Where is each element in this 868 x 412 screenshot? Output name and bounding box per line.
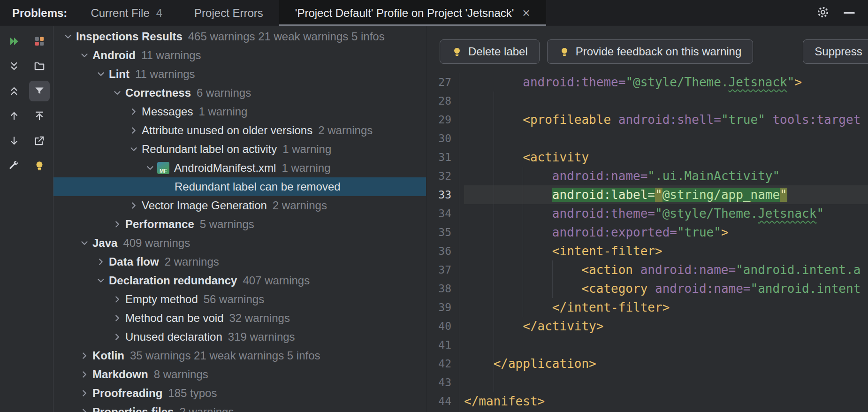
move-to-top-icon[interactable] — [29, 106, 50, 126]
tree-row-data-flow[interactable]: Data flow2 warnings — [53, 252, 426, 271]
code-line[interactable]: android:theme="@style/Theme.Jetsnack" — [464, 204, 868, 223]
tree-row-correctness[interactable]: Correctness6 warnings — [53, 84, 426, 102]
chevron-right-icon[interactable] — [111, 328, 123, 346]
tree-row-markdown[interactable]: Markdown8 warnings — [53, 365, 426, 384]
header-actions — [816, 0, 868, 26]
filter-icon[interactable] — [29, 81, 50, 101]
line-number: 39 — [426, 298, 459, 317]
chevron-right-icon[interactable] — [128, 196, 140, 215]
collapse-all-icon[interactable] — [4, 81, 24, 101]
chevron-right-icon[interactable] — [78, 346, 91, 365]
chevron-right-icon[interactable] — [128, 102, 140, 121]
tree-row-method-can-be-void[interactable]: Method can be void32 warnings — [53, 309, 426, 328]
tree-row-messages[interactable]: Messages1 warning — [53, 102, 426, 121]
tab-project-errors[interactable]: Project Errors — [178, 0, 279, 26]
indent-guide — [523, 167, 523, 317]
close-tab-icon[interactable]: × — [522, 7, 530, 20]
tree-row-redundant-label-on-activity[interactable]: Redundant label on activity1 warning — [53, 140, 426, 159]
chevron-right-icon[interactable] — [78, 384, 91, 403]
line-number: 37 — [426, 260, 459, 279]
expand-all-icon[interactable] — [4, 56, 24, 76]
group-by-directory-icon[interactable] — [29, 56, 50, 76]
code-line[interactable] — [464, 129, 868, 148]
tab-project-default-profile-on-project-jetsnack[interactable]: 'Project Default' Profile on Project 'Je… — [279, 0, 546, 26]
provide-feedback-on-this-warning-button[interactable]: Provide feedback on this warning — [547, 39, 754, 64]
tree-row-performance[interactable]: Performance5 warnings — [53, 215, 426, 234]
toolwindow-title: Problems: — [0, 0, 75, 26]
line-number: 44 — [426, 392, 459, 411]
tree-row-properties-files[interactable]: Properties files2 warnings — [53, 403, 426, 412]
chevron-down-icon[interactable] — [78, 46, 91, 65]
tree-row-androidmanifest-xml[interactable]: MFAndroidManifest.xml1 warning — [53, 159, 426, 177]
code-line[interactable]: android:name=".ui.MainActivity" — [464, 167, 868, 185]
chevron-right-icon[interactable] — [95, 252, 107, 271]
line-number: 35 — [426, 223, 459, 242]
code-line[interactable]: <intent-filter> — [464, 242, 868, 260]
code-line[interactable] — [464, 373, 868, 392]
tree-item-count: 2 warnings — [318, 124, 373, 137]
navigate-down-icon[interactable] — [4, 130, 24, 151]
code-line[interactable]: <activity — [464, 148, 868, 167]
navigate-up-icon[interactable] — [4, 106, 24, 126]
tree-row-unused-declaration[interactable]: Unused declaration319 warnings — [53, 328, 426, 346]
tree-row-java[interactable]: Java409 warnings — [53, 234, 426, 252]
code-line[interactable] — [464, 336, 868, 354]
tree-row-declaration-redundancy[interactable]: Declaration redundancy407 warnings — [53, 271, 426, 290]
chevron-down-icon[interactable] — [78, 234, 91, 252]
code-line[interactable]: </intent-filter> — [464, 298, 868, 317]
editor-code[interactable]: android:theme="@style/Theme.Jetsnack"> <… — [459, 73, 868, 412]
tree-item-label: Inspections Results — [76, 30, 183, 43]
editor-preview[interactable]: Delete labelProvide feedback on this war… — [426, 26, 868, 412]
tree-row-lint[interactable]: Lint11 warnings — [53, 65, 426, 84]
chevron-down-icon[interactable] — [95, 65, 107, 84]
code-line[interactable]: </activity> — [464, 317, 868, 336]
chevron-right-icon[interactable] — [111, 290, 123, 309]
chevron-down-icon[interactable] — [144, 159, 156, 177]
export-icon[interactable] — [29, 130, 50, 151]
settings-gear-icon[interactable] — [816, 6, 830, 21]
android-manifest-file-icon: MF — [157, 162, 169, 174]
code-line[interactable]: <profileable android:shell="true" tools:… — [464, 110, 868, 129]
indent-guide — [552, 260, 553, 298]
tree-row-kotlin[interactable]: Kotlin35 warnings 21 weak warnings 5 inf… — [53, 346, 426, 365]
tree-row-inspections-results[interactable]: Inspections Results465 warnings 21 weak … — [53, 27, 426, 46]
tree-row-vector-image-generation[interactable]: Vector Image Generation2 warnings — [53, 196, 426, 215]
chevron-right-icon[interactable] — [111, 215, 123, 234]
code-line[interactable]: <action android:name="android.intent.a — [464, 260, 868, 279]
tree-item-label: Messages — [142, 105, 193, 118]
code-line[interactable]: </application> — [464, 354, 868, 373]
chevron-right-icon[interactable] — [128, 121, 140, 140]
tree-row-proofreading[interactable]: Proofreading185 typos — [53, 384, 426, 403]
inspection-tree: Inspections Results465 warnings 21 weak … — [53, 26, 426, 412]
indent-guide — [494, 92, 494, 392]
minimize-icon[interactable] — [844, 12, 855, 14]
problems-toolwindow-header: Problems: Current File4Project Errors'Pr… — [0, 0, 868, 26]
tree-row-empty-method[interactable]: Empty method56 warnings — [53, 290, 426, 309]
tree-row-attribute-unused-on-older-versions[interactable]: Attribute unused on older versions2 warn… — [53, 121, 426, 140]
code-line[interactable]: <category android:name="android.intent — [464, 279, 868, 298]
chevron-right-icon[interactable] — [111, 309, 123, 328]
code-line[interactable]: android:exported="true"> — [464, 223, 868, 242]
code-line[interactable] — [464, 92, 868, 110]
tree-row-redundant-label-can-be-removed[interactable]: Redundant label can be removed — [53, 177, 426, 196]
suppress-button[interactable]: Suppress — [803, 39, 868, 64]
chevron-right-icon[interactable] — [78, 403, 91, 412]
quick-fix-bulb-icon[interactable] — [29, 155, 50, 176]
chevron-down-icon[interactable] — [111, 84, 123, 102]
chevron-down-icon[interactable] — [95, 271, 107, 290]
chevron-down-icon[interactable] — [128, 140, 140, 159]
chevron-right-icon[interactable] — [78, 365, 91, 384]
code-line[interactable]: android:theme="@style/Theme.Jetsnack"> — [464, 73, 868, 92]
tree-item-count: 2 warnings — [179, 405, 234, 412]
delete-label-button[interactable]: Delete label — [440, 39, 540, 64]
tab-current-file[interactable]: Current File4 — [75, 0, 178, 26]
tree-item-label: Vector Image Generation — [142, 199, 267, 212]
tree-row-android[interactable]: Android11 warnings — [53, 46, 426, 65]
code-line[interactable]: </manifest> — [464, 392, 868, 411]
tree-item-count: 409 warnings — [123, 237, 190, 250]
severity-filter-icon[interactable] — [29, 31, 50, 52]
rerun-inspection-icon[interactable] — [4, 31, 24, 52]
inspection-settings-icon[interactable] — [4, 155, 24, 176]
code-line[interactable]: android:label="@string/app_name" — [464, 185, 868, 204]
chevron-down-icon[interactable] — [62, 27, 74, 46]
